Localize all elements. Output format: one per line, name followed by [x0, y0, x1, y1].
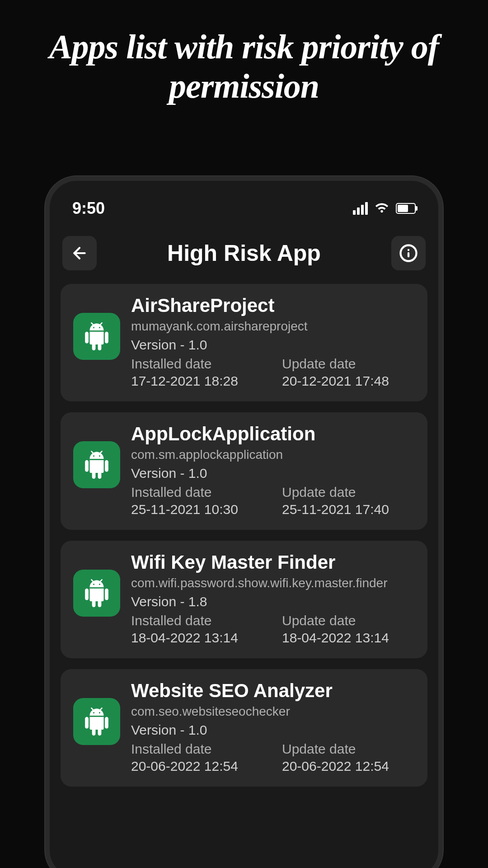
promo-title: Apps list with risk priority of permissi… [0, 0, 488, 124]
installed-date-col: Installed date 17-12-2021 18:28 [131, 356, 264, 389]
app-card[interactable]: Wifi Key Master Finder com.wifi.password… [61, 541, 427, 658]
app-version: Version - 1.0 [131, 722, 415, 738]
status-bar: 9:50 [59, 194, 429, 227]
status-icons [353, 200, 416, 217]
battery-icon [396, 203, 416, 214]
app-package: com.sm.applockapplication [131, 448, 415, 462]
update-date-label: Update date [282, 741, 415, 757]
app-name: Website SEO Analyzer [131, 680, 415, 702]
installed-date-value: 25-11-2021 10:30 [131, 502, 264, 517]
installed-date-value: 18-04-2022 13:14 [131, 630, 264, 646]
app-version: Version - 1.8 [131, 594, 415, 609]
app-details: Wifi Key Master Finder com.wifi.password… [131, 552, 415, 646]
info-button[interactable] [391, 236, 426, 270]
android-app-icon [73, 441, 120, 488]
app-details: Website SEO Analyzer com.seo.websiteseoc… [131, 680, 415, 774]
update-date-value: 20-12-2021 17:48 [282, 373, 415, 389]
update-date-value: 25-11-2021 17:40 [282, 502, 415, 517]
wifi-icon [374, 200, 389, 217]
phone-frame: 9:50 High Risk App [45, 176, 443, 868]
app-version: Version - 1.0 [131, 337, 415, 353]
date-row: Installed date 25-11-2021 10:30 Update d… [131, 485, 415, 517]
app-card[interactable]: AirShareProject mumayank.com.airsharepro… [61, 284, 427, 401]
arrow-left-icon [70, 244, 89, 262]
page-title: High Risk App [167, 240, 321, 266]
installed-date-col: Installed date 25-11-2021 10:30 [131, 485, 264, 517]
update-date-value: 20-06-2022 12:54 [282, 759, 415, 774]
update-date-col: Update date 20-12-2021 17:48 [282, 356, 415, 389]
app-name: AppLockApplication [131, 423, 415, 445]
app-name: Wifi Key Master Finder [131, 552, 415, 573]
installed-date-col: Installed date 18-04-2022 13:14 [131, 613, 264, 646]
back-button[interactable] [62, 236, 97, 270]
date-row: Installed date 17-12-2021 18:28 Update d… [131, 356, 415, 389]
installed-date-value: 20-06-2022 12:54 [131, 759, 264, 774]
app-package: com.seo.websiteseochecker [131, 704, 415, 719]
installed-date-col: Installed date 20-06-2022 12:54 [131, 741, 264, 774]
status-time: 9:50 [72, 199, 105, 218]
update-date-col: Update date 25-11-2021 17:40 [282, 485, 415, 517]
installed-date-value: 17-12-2021 18:28 [131, 373, 264, 389]
app-header: High Risk App [59, 227, 429, 284]
app-package: mumayank.com.airshareproject [131, 319, 415, 334]
update-date-col: Update date 18-04-2022 13:14 [282, 613, 415, 646]
date-row: Installed date 20-06-2022 12:54 Update d… [131, 741, 415, 774]
android-app-icon [73, 698, 120, 745]
installed-date-label: Installed date [131, 741, 264, 757]
android-app-icon [73, 570, 120, 617]
app-version: Version - 1.0 [131, 466, 415, 481]
installed-date-label: Installed date [131, 356, 264, 372]
update-date-label: Update date [282, 485, 415, 500]
app-details: AppLockApplication com.sm.applockapplica… [131, 423, 415, 517]
app-card[interactable]: AppLockApplication com.sm.applockapplica… [61, 412, 427, 530]
installed-date-label: Installed date [131, 613, 264, 628]
app-package: com.wifi.password.show.wifi.key.master.f… [131, 576, 415, 590]
update-date-label: Update date [282, 613, 415, 628]
signal-icon [353, 202, 368, 215]
date-row: Installed date 18-04-2022 13:14 Update d… [131, 613, 415, 646]
app-list: AirShareProject mumayank.com.airsharepro… [59, 284, 429, 787]
app-name: AirShareProject [131, 295, 415, 316]
update-date-col: Update date 20-06-2022 12:54 [282, 741, 415, 774]
update-date-label: Update date [282, 356, 415, 372]
android-app-icon [73, 313, 120, 360]
update-date-value: 18-04-2022 13:14 [282, 630, 415, 646]
installed-date-label: Installed date [131, 485, 264, 500]
info-icon [399, 244, 418, 263]
app-card[interactable]: Website SEO Analyzer com.seo.websiteseoc… [61, 669, 427, 787]
app-details: AirShareProject mumayank.com.airsharepro… [131, 295, 415, 389]
